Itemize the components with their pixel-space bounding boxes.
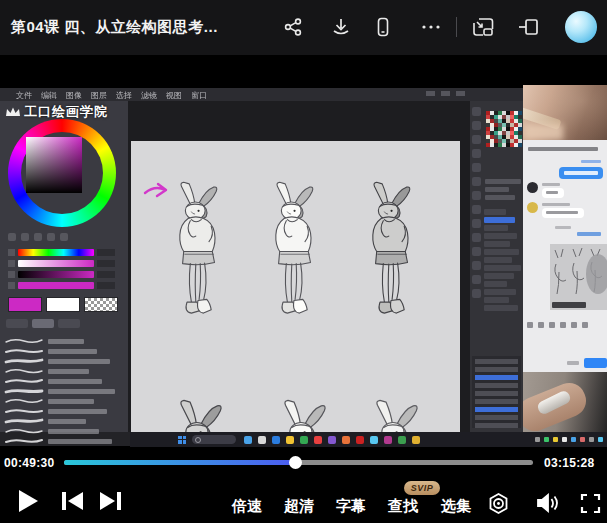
more-icon[interactable]	[418, 14, 444, 40]
chat-avatar-1[interactable]	[527, 182, 538, 193]
brush-row[interactable]	[4, 417, 124, 425]
tool-column[interactable]	[472, 107, 483, 303]
download-icon[interactable]	[328, 14, 354, 40]
brush-row[interactable]	[4, 377, 124, 385]
layer-controls[interactable]	[485, 179, 521, 203]
tray-icon[interactable]	[589, 437, 594, 442]
menu-item[interactable]: 选择	[116, 90, 132, 101]
transparent-swatch[interactable]	[84, 297, 118, 312]
taskbar-app-icon[interactable]	[384, 436, 392, 444]
dock-side-icon[interactable]	[516, 14, 542, 40]
menu-item[interactable]: 窗口	[191, 90, 207, 101]
episodes-button[interactable]: 选集	[441, 497, 471, 516]
menu-item[interactable]: 编辑	[41, 90, 57, 101]
taskbar-app-icon[interactable]	[412, 436, 420, 444]
layer-row[interactable]	[484, 249, 519, 255]
volume-icon[interactable]	[535, 492, 559, 518]
secondary-color-swatch[interactable]	[46, 297, 80, 312]
brush-list[interactable]	[4, 337, 124, 447]
brush-row[interactable]	[4, 357, 124, 365]
speed-button[interactable]: 倍速	[232, 497, 262, 516]
color-mode-buttons[interactable]	[8, 233, 68, 241]
menu-item[interactable]: 文件	[16, 90, 32, 101]
layer-row[interactable]	[484, 289, 516, 295]
menu-item[interactable]: 图像	[66, 90, 82, 101]
chat-send-button[interactable]	[584, 358, 607, 368]
previous-button[interactable]	[60, 490, 85, 516]
taskbar-app-icon[interactable]	[398, 436, 406, 444]
chat-sketch-image[interactable]	[550, 244, 607, 310]
layer-row[interactable]	[484, 281, 507, 287]
user-avatar[interactable]	[565, 11, 597, 43]
mini-player-icon[interactable]	[470, 14, 496, 40]
tray-icon[interactable]	[598, 437, 603, 442]
tray-icon[interactable]	[562, 437, 567, 442]
chat-avatar-2[interactable]	[527, 202, 538, 213]
subtitles-button[interactable]: 字幕	[336, 497, 366, 516]
brush-row[interactable]	[4, 427, 124, 435]
layer-row[interactable]	[484, 217, 515, 223]
layer-row[interactable]	[484, 225, 508, 231]
taskbar-app-icon[interactable]	[258, 436, 266, 444]
taskbar-app-icon[interactable]	[286, 436, 294, 444]
tray-icon[interactable]	[580, 437, 585, 442]
layer-row[interactable]	[484, 273, 514, 279]
find-button[interactable]: 查找	[388, 497, 418, 516]
menu-item[interactable]: 滤镜	[141, 90, 157, 101]
layer-row[interactable]	[484, 241, 510, 247]
layer-list[interactable]	[484, 209, 522, 313]
tray-icon[interactable]	[544, 437, 549, 442]
fullscreen-icon[interactable]	[580, 493, 601, 518]
brush-row[interactable]	[4, 397, 124, 405]
taskbar-app-icon[interactable]	[272, 436, 280, 444]
color-sliders[interactable]	[8, 249, 120, 293]
menu-item[interactable]: 视图	[166, 90, 182, 101]
navigator-panel[interactable]	[472, 356, 521, 428]
taskbar-app-icon[interactable]	[342, 436, 350, 444]
miracast-icon[interactable]	[487, 492, 510, 519]
taskbar-app-icon[interactable]	[314, 436, 322, 444]
layer-row[interactable]	[484, 305, 518, 311]
current-color-swatch[interactable]	[8, 297, 42, 312]
brush-row[interactable]	[4, 347, 124, 355]
layer-row[interactable]	[484, 257, 512, 263]
taskbar-app-icon[interactable]	[244, 436, 252, 444]
tray-icon[interactable]	[553, 437, 558, 442]
tray-icon[interactable]	[535, 437, 540, 442]
taskbar-app-icon[interactable]	[300, 436, 308, 444]
menu-item[interactable]: 图层	[91, 90, 107, 101]
chat-toolbar[interactable]	[527, 322, 588, 328]
brush-category-tabs[interactable]	[6, 319, 80, 328]
svip-badge[interactable]: SVIP	[404, 481, 440, 495]
seek-bar[interactable]	[64, 460, 533, 465]
taskbar-app-icon[interactable]	[328, 436, 336, 444]
swatch-palette[interactable]	[486, 111, 522, 147]
taskbar-app-icons[interactable]	[244, 436, 420, 444]
taskbar-tray-icons[interactable]	[535, 437, 603, 442]
layer-row[interactable]	[484, 297, 509, 303]
taskbar-app-icon[interactable]	[370, 436, 378, 444]
windows-start-icon[interactable]	[178, 436, 186, 444]
phone-icon[interactable]	[370, 14, 396, 40]
play-button[interactable]	[16, 488, 40, 518]
brush-row[interactable]	[4, 387, 124, 395]
seek-knob[interactable]	[289, 456, 302, 469]
taskbar-search-input[interactable]	[192, 435, 236, 444]
layer-row[interactable]	[484, 233, 517, 239]
taskbar-app-icon[interactable]	[356, 436, 364, 444]
drawing-canvas[interactable]	[131, 141, 460, 432]
color-swatches[interactable]	[8, 297, 118, 312]
quality-button[interactable]: 超清	[284, 497, 314, 516]
saturation-value-square[interactable]	[26, 137, 82, 193]
next-button[interactable]	[98, 490, 123, 516]
chat-link[interactable]	[577, 232, 601, 236]
brush-row[interactable]	[4, 437, 124, 445]
video-frame[interactable]: 文件编辑图像图层选择滤镜视图窗口 工口绘画学院	[0, 55, 607, 450]
brush-row[interactable]	[4, 337, 124, 345]
layer-row[interactable]	[484, 265, 521, 271]
brush-row[interactable]	[4, 367, 124, 375]
brush-row[interactable]	[4, 407, 124, 415]
share-icon[interactable]	[280, 14, 306, 40]
tray-icon[interactable]	[571, 437, 576, 442]
layer-row[interactable]	[484, 209, 506, 215]
